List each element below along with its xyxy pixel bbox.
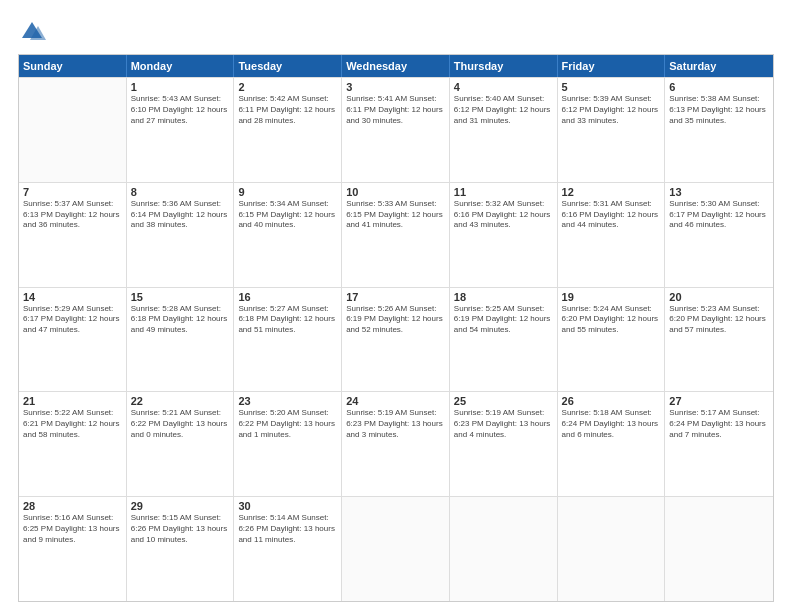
day-number: 9 <box>238 186 337 198</box>
calendar-cell: 8Sunrise: 5:36 AM Sunset: 6:14 PM Daylig… <box>127 183 235 287</box>
day-number: 17 <box>346 291 445 303</box>
day-info: Sunrise: 5:43 AM Sunset: 6:10 PM Dayligh… <box>131 94 230 126</box>
day-info: Sunrise: 5:39 AM Sunset: 6:12 PM Dayligh… <box>562 94 661 126</box>
weekday-header-monday: Monday <box>127 55 235 77</box>
logo-icon <box>18 18 46 46</box>
day-number: 29 <box>131 500 230 512</box>
calendar-cell: 16Sunrise: 5:27 AM Sunset: 6:18 PM Dayli… <box>234 288 342 392</box>
day-info: Sunrise: 5:40 AM Sunset: 6:12 PM Dayligh… <box>454 94 553 126</box>
weekday-header-thursday: Thursday <box>450 55 558 77</box>
calendar-cell: 3Sunrise: 5:41 AM Sunset: 6:11 PM Daylig… <box>342 78 450 182</box>
day-info: Sunrise: 5:25 AM Sunset: 6:19 PM Dayligh… <box>454 304 553 336</box>
day-info: Sunrise: 5:31 AM Sunset: 6:16 PM Dayligh… <box>562 199 661 231</box>
weekday-header-sunday: Sunday <box>19 55 127 77</box>
day-number: 14 <box>23 291 122 303</box>
day-number: 24 <box>346 395 445 407</box>
calendar-cell: 6Sunrise: 5:38 AM Sunset: 6:13 PM Daylig… <box>665 78 773 182</box>
weekday-header-tuesday: Tuesday <box>234 55 342 77</box>
day-number: 18 <box>454 291 553 303</box>
calendar-cell: 24Sunrise: 5:19 AM Sunset: 6:23 PM Dayli… <box>342 392 450 496</box>
calendar-cell: 27Sunrise: 5:17 AM Sunset: 6:24 PM Dayli… <box>665 392 773 496</box>
day-info: Sunrise: 5:18 AM Sunset: 6:24 PM Dayligh… <box>562 408 661 440</box>
calendar-row-2: 7Sunrise: 5:37 AM Sunset: 6:13 PM Daylig… <box>19 182 773 287</box>
calendar-row-1: 1Sunrise: 5:43 AM Sunset: 6:10 PM Daylig… <box>19 77 773 182</box>
calendar-header: SundayMondayTuesdayWednesdayThursdayFrid… <box>19 55 773 77</box>
calendar-cell: 7Sunrise: 5:37 AM Sunset: 6:13 PM Daylig… <box>19 183 127 287</box>
day-info: Sunrise: 5:34 AM Sunset: 6:15 PM Dayligh… <box>238 199 337 231</box>
day-number: 22 <box>131 395 230 407</box>
day-number: 16 <box>238 291 337 303</box>
calendar-cell: 18Sunrise: 5:25 AM Sunset: 6:19 PM Dayli… <box>450 288 558 392</box>
day-number: 21 <box>23 395 122 407</box>
weekday-header-wednesday: Wednesday <box>342 55 450 77</box>
calendar-row-3: 14Sunrise: 5:29 AM Sunset: 6:17 PM Dayli… <box>19 287 773 392</box>
day-info: Sunrise: 5:21 AM Sunset: 6:22 PM Dayligh… <box>131 408 230 440</box>
calendar-cell <box>450 497 558 601</box>
day-info: Sunrise: 5:19 AM Sunset: 6:23 PM Dayligh… <box>346 408 445 440</box>
day-number: 1 <box>131 81 230 93</box>
day-number: 30 <box>238 500 337 512</box>
day-number: 7 <box>23 186 122 198</box>
day-info: Sunrise: 5:26 AM Sunset: 6:19 PM Dayligh… <box>346 304 445 336</box>
calendar-row-4: 21Sunrise: 5:22 AM Sunset: 6:21 PM Dayli… <box>19 391 773 496</box>
calendar-cell: 20Sunrise: 5:23 AM Sunset: 6:20 PM Dayli… <box>665 288 773 392</box>
calendar-cell: 22Sunrise: 5:21 AM Sunset: 6:22 PM Dayli… <box>127 392 235 496</box>
calendar-cell: 15Sunrise: 5:28 AM Sunset: 6:18 PM Dayli… <box>127 288 235 392</box>
calendar-cell <box>558 497 666 601</box>
day-info: Sunrise: 5:41 AM Sunset: 6:11 PM Dayligh… <box>346 94 445 126</box>
day-info: Sunrise: 5:23 AM Sunset: 6:20 PM Dayligh… <box>669 304 769 336</box>
day-number: 4 <box>454 81 553 93</box>
day-number: 19 <box>562 291 661 303</box>
day-info: Sunrise: 5:36 AM Sunset: 6:14 PM Dayligh… <box>131 199 230 231</box>
day-info: Sunrise: 5:22 AM Sunset: 6:21 PM Dayligh… <box>23 408 122 440</box>
day-number: 20 <box>669 291 769 303</box>
calendar-cell: 23Sunrise: 5:20 AM Sunset: 6:22 PM Dayli… <box>234 392 342 496</box>
calendar-body: 1Sunrise: 5:43 AM Sunset: 6:10 PM Daylig… <box>19 77 773 601</box>
day-info: Sunrise: 5:38 AM Sunset: 6:13 PM Dayligh… <box>669 94 769 126</box>
header <box>18 18 774 46</box>
day-info: Sunrise: 5:37 AM Sunset: 6:13 PM Dayligh… <box>23 199 122 231</box>
day-number: 25 <box>454 395 553 407</box>
day-info: Sunrise: 5:19 AM Sunset: 6:23 PM Dayligh… <box>454 408 553 440</box>
calendar-cell: 28Sunrise: 5:16 AM Sunset: 6:25 PM Dayli… <box>19 497 127 601</box>
calendar: SundayMondayTuesdayWednesdayThursdayFrid… <box>18 54 774 602</box>
calendar-cell <box>19 78 127 182</box>
weekday-header-saturday: Saturday <box>665 55 773 77</box>
day-number: 26 <box>562 395 661 407</box>
calendar-cell: 17Sunrise: 5:26 AM Sunset: 6:19 PM Dayli… <box>342 288 450 392</box>
day-info: Sunrise: 5:14 AM Sunset: 6:26 PM Dayligh… <box>238 513 337 545</box>
calendar-cell: 10Sunrise: 5:33 AM Sunset: 6:15 PM Dayli… <box>342 183 450 287</box>
calendar-cell: 14Sunrise: 5:29 AM Sunset: 6:17 PM Dayli… <box>19 288 127 392</box>
calendar-cell: 25Sunrise: 5:19 AM Sunset: 6:23 PM Dayli… <box>450 392 558 496</box>
day-info: Sunrise: 5:15 AM Sunset: 6:26 PM Dayligh… <box>131 513 230 545</box>
day-number: 27 <box>669 395 769 407</box>
calendar-cell: 13Sunrise: 5:30 AM Sunset: 6:17 PM Dayli… <box>665 183 773 287</box>
day-info: Sunrise: 5:33 AM Sunset: 6:15 PM Dayligh… <box>346 199 445 231</box>
day-number: 2 <box>238 81 337 93</box>
calendar-cell: 1Sunrise: 5:43 AM Sunset: 6:10 PM Daylig… <box>127 78 235 182</box>
day-number: 11 <box>454 186 553 198</box>
day-info: Sunrise: 5:29 AM Sunset: 6:17 PM Dayligh… <box>23 304 122 336</box>
day-info: Sunrise: 5:27 AM Sunset: 6:18 PM Dayligh… <box>238 304 337 336</box>
calendar-cell: 30Sunrise: 5:14 AM Sunset: 6:26 PM Dayli… <box>234 497 342 601</box>
day-info: Sunrise: 5:24 AM Sunset: 6:20 PM Dayligh… <box>562 304 661 336</box>
calendar-cell: 26Sunrise: 5:18 AM Sunset: 6:24 PM Dayli… <box>558 392 666 496</box>
day-info: Sunrise: 5:42 AM Sunset: 6:11 PM Dayligh… <box>238 94 337 126</box>
page: SundayMondayTuesdayWednesdayThursdayFrid… <box>0 0 792 612</box>
day-number: 5 <box>562 81 661 93</box>
calendar-cell: 11Sunrise: 5:32 AM Sunset: 6:16 PM Dayli… <box>450 183 558 287</box>
day-number: 3 <box>346 81 445 93</box>
day-info: Sunrise: 5:30 AM Sunset: 6:17 PM Dayligh… <box>669 199 769 231</box>
calendar-row-5: 28Sunrise: 5:16 AM Sunset: 6:25 PM Dayli… <box>19 496 773 601</box>
day-number: 13 <box>669 186 769 198</box>
calendar-cell: 2Sunrise: 5:42 AM Sunset: 6:11 PM Daylig… <box>234 78 342 182</box>
day-number: 15 <box>131 291 230 303</box>
calendar-cell <box>665 497 773 601</box>
day-number: 6 <box>669 81 769 93</box>
day-info: Sunrise: 5:17 AM Sunset: 6:24 PM Dayligh… <box>669 408 769 440</box>
weekday-header-friday: Friday <box>558 55 666 77</box>
calendar-cell: 12Sunrise: 5:31 AM Sunset: 6:16 PM Dayli… <box>558 183 666 287</box>
day-number: 10 <box>346 186 445 198</box>
calendar-cell: 21Sunrise: 5:22 AM Sunset: 6:21 PM Dayli… <box>19 392 127 496</box>
day-number: 28 <box>23 500 122 512</box>
